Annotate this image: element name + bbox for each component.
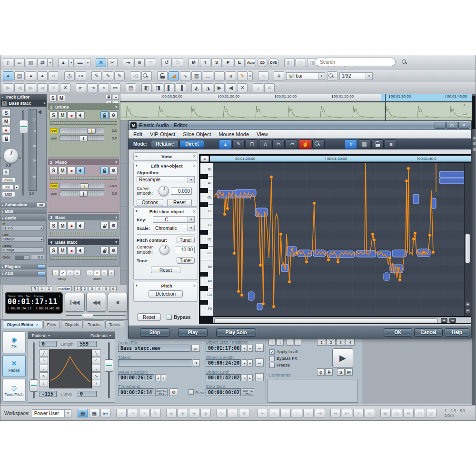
lcd-format-dropdown-icon[interactable]: ▾ (59, 294, 60, 298)
editor-hscrollbar[interactable]: + − (213, 317, 471, 323)
range-1-button[interactable]: 1 (39, 286, 45, 291)
setup-1-button[interactable]: 1 (52, 270, 59, 276)
range-store-icon[interactable]: ▭ (110, 83, 120, 92)
menu-slice-object[interactable]: Slice-Object (183, 131, 211, 137)
export-down-icon[interactable]: ↓ (253, 83, 263, 92)
detection-button[interactable]: Detection (149, 290, 183, 298)
stop-button[interactable]: ■ (108, 293, 128, 312)
workspace-select[interactable]: Power User ▾ (32, 409, 72, 417)
cd-subindex-icon[interactable]: ◫ (296, 58, 306, 67)
mixer-icon[interactable]: ≡ (214, 71, 225, 80)
import-audio-icon[interactable]: ⇄ (37, 58, 48, 67)
object-select-tool-icon[interactable]: ▤ (14, 71, 25, 80)
reset-all-button[interactable]: Reset (137, 313, 161, 321)
fade-log-icon[interactable]: ◟ (40, 365, 48, 372)
range-select-tool-icon[interactable]: ▲ (26, 71, 36, 80)
minimize-button[interactable]: – (435, 122, 446, 129)
spin-left-icon[interactable]: ◂ (155, 374, 160, 381)
fade-linear-icon[interactable]: ╱ (40, 349, 48, 357)
monitor-speaker-icon[interactable] (77, 167, 85, 174)
draw-tool-icon[interactable]: ✎ (232, 139, 245, 149)
monitor-speaker-icon[interactable] (77, 247, 85, 254)
monitor-speaker-icon[interactable] (77, 222, 85, 229)
piano-key-black[interactable] (200, 300, 208, 305)
dock-button[interactable] (473, 142, 476, 145)
mute-button[interactable]: M (59, 167, 67, 174)
lock-all-icon[interactable] (106, 95, 112, 100)
object-start-field[interactable]: 00:01:17:06 (206, 345, 241, 352)
punch-master-button[interactable]: P (223, 58, 233, 67)
playhead[interactable] (385, 94, 386, 120)
zoom-4-button[interactable]: 4 (108, 270, 115, 276)
buffer-monitor-icon[interactable]: ◕ (139, 409, 149, 417)
fade-out-length-field[interactable]: 559 (78, 341, 97, 347)
mono-button[interactable]: mono (2, 178, 15, 183)
spin-left-icon[interactable]: ◂ (242, 374, 247, 381)
menu-vip-object[interactable]: VIP-Object (150, 131, 175, 137)
mode-relative-button[interactable]: Relative (151, 140, 178, 148)
save-project-icon[interactable]: ▥ (26, 58, 36, 67)
fade-exp-icon[interactable]: ◜ (92, 357, 100, 364)
wave-display-icon[interactable]: ∿ (258, 71, 268, 80)
marker-nav-icon[interactable]: ◈ (166, 409, 177, 417)
more-options-icon[interactable]: … (203, 71, 213, 80)
curve-tool-icon[interactable]: ∧ (259, 139, 271, 149)
lock-objects-icon[interactable] (157, 71, 168, 80)
pan-slider[interactable] (60, 135, 104, 141)
fade-linear-icon[interactable]: ╲ (92, 349, 100, 357)
rewind-button[interactable]: ◀◀ (86, 293, 106, 312)
wave-zoom-icon[interactable]: ∿ (216, 409, 227, 417)
mode-direct-button[interactable]: Direct (179, 140, 204, 148)
fade-cos-icon[interactable]: ≀ (92, 380, 100, 387)
chevron-down-icon[interactable]: ▾ (115, 240, 117, 244)
zoom-in-icon[interactable]: ◉ (380, 409, 391, 417)
time-display-lcd[interactable]: Hours : Min : Sec : Frames ▾ 00:01:17:11… (5, 292, 63, 314)
aux-led[interactable] (38, 272, 45, 276)
editor-ruler[interactable]: 00:01:20:00 00:01:30:00 00:01:40:0 (210, 156, 471, 162)
record-arm-button[interactable]: ● (68, 111, 76, 119)
forward-icon[interactable]: › (292, 409, 302, 417)
crossfade-cut-icon[interactable]: ✂ (107, 58, 118, 67)
chevron-down-icon[interactable]: ▾ (43, 101, 45, 105)
track-editor-header[interactable]: ▾ Track Editor (0, 94, 47, 100)
chevron-down-icon[interactable]: ▾ (188, 225, 194, 231)
pan-handle[interactable] (79, 136, 88, 141)
refresh-monitor-icon[interactable]: ↻ (150, 409, 161, 417)
draw-volume-icon[interactable]: ✎ (91, 71, 102, 80)
open-project-icon[interactable]: ▱ (14, 58, 25, 67)
phase-button[interactable]: φ (317, 368, 325, 376)
monitor-speaker-icon[interactable] (77, 111, 85, 119)
solo-button[interactable]: S (50, 167, 58, 174)
go-project-start-icon[interactable]: ⇤ (258, 409, 268, 417)
range-start-icon[interactable]: ⇤ (76, 83, 86, 92)
stop-object-icon[interactable]: ◀ (226, 83, 236, 92)
takes-dropdown-icon[interactable]: ▾ (193, 359, 200, 367)
wave-position-field[interactable]: 00:00:26:14 (118, 374, 154, 381)
plugins-led[interactable] (38, 265, 45, 269)
timestamp-field[interactable]: 00:00:26:14 (118, 388, 154, 396)
next-object-icon[interactable]: ▶| (342, 409, 352, 417)
section-aux[interactable]: ▾ AUX (0, 270, 47, 277)
dropdown-icon[interactable]: ▾ (69, 58, 74, 67)
list-view-icon[interactable]: ≡ (264, 83, 275, 92)
delete-range-icon[interactable]: ✕ (49, 83, 59, 92)
tune-tone-button[interactable]: Tune! (177, 257, 195, 264)
new-project-icon[interactable]: ▯ (3, 58, 13, 67)
fade-tool-icon[interactable]: ◢ (169, 71, 179, 80)
fade-out-curve-field[interactable]: 0 (78, 391, 97, 397)
collapse-icon[interactable]: ▾ (136, 164, 140, 168)
cd-button[interactable]: CD (257, 58, 268, 67)
zoom-in-button[interactable]: + (465, 302, 470, 307)
fade-in-curve-field[interactable]: -115 (40, 391, 57, 397)
cd-track-marker-icon[interactable]: ◧ (284, 58, 295, 67)
snap-toggle-icon[interactable]: ⇥ (123, 58, 133, 67)
redo-icon[interactable]: ↻ (173, 58, 183, 67)
record-arm-button[interactable]: ● (68, 222, 76, 229)
draw-pan-icon[interactable]: ✎ (103, 71, 113, 80)
envelope-tool-icon[interactable]: ∿ (180, 71, 190, 80)
lock-button[interactable] (2, 135, 10, 142)
zoom-range-icon[interactable]: ⊖ (403, 409, 414, 417)
stop-button[interactable]: Stop (140, 328, 169, 337)
spin-right-icon[interactable]: ▸ (161, 374, 166, 381)
solo-master-button[interactable]: S (211, 58, 222, 67)
